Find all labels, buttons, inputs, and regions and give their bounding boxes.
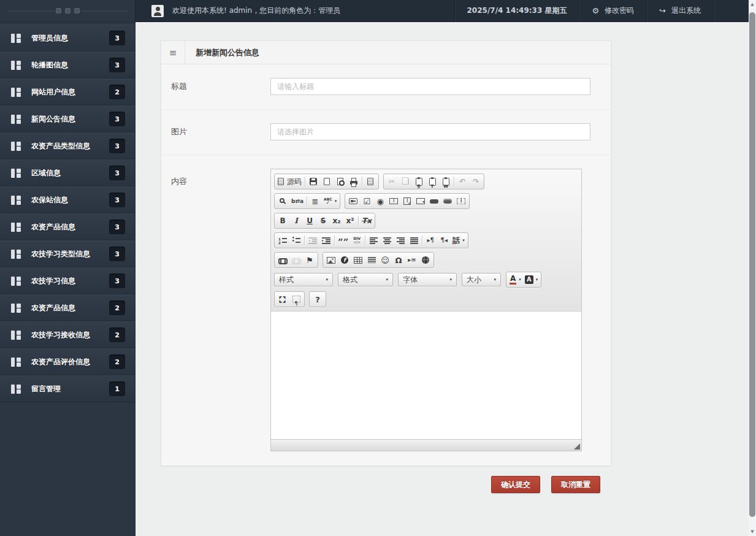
submit-button[interactable]: 确认提交 xyxy=(491,476,540,493)
italic-button[interactable]: I xyxy=(289,214,303,228)
sidebar-item[interactable]: 区域信息 3 xyxy=(0,159,135,186)
unlink-button[interactable] xyxy=(289,253,303,267)
rtl-button[interactable]: ¶◂ xyxy=(437,234,451,247)
insert-table-button[interactable] xyxy=(351,253,365,267)
sidebar-item[interactable]: 农技学习类型信息 3 xyxy=(0,240,135,267)
new-page-button[interactable] xyxy=(320,175,334,188)
link-button[interactable] xyxy=(276,253,289,267)
language-button[interactable]: 話▾ xyxy=(451,234,467,247)
title-input[interactable] xyxy=(270,78,590,95)
superscript-button[interactable]: x² xyxy=(343,214,357,228)
page-break-button[interactable]: ▸≡ xyxy=(405,253,419,267)
spellcheck-button[interactable]: ABC ✓ ▾ xyxy=(322,194,338,208)
underline-button[interactable]: U xyxy=(303,214,316,228)
horizontal-rule-button[interactable] xyxy=(365,253,378,267)
checkbox-button[interactable]: ☑ xyxy=(360,194,373,208)
remove-format-button[interactable]: Tx xyxy=(360,214,373,228)
toolbar-row: ⚑ f ☺ Ω ▸≡ xyxy=(274,250,578,270)
page-scrollbar[interactable]: ▲ ▼ xyxy=(749,0,756,536)
preview-button[interactable] xyxy=(334,175,347,188)
templates-button[interactable] xyxy=(364,175,377,188)
div-container-button[interactable]: DIV</> xyxy=(350,234,364,247)
paste-text-button[interactable]: T xyxy=(426,175,439,188)
paste-word-button[interactable]: W xyxy=(439,175,452,188)
outdent-button[interactable]: ◂ xyxy=(306,234,319,247)
hamburger-icon[interactable]: ≡ xyxy=(161,41,185,64)
scrollbar-thumb[interactable] xyxy=(749,12,755,517)
find-button[interactable] xyxy=(276,194,289,208)
paste-button[interactable]: ≣ xyxy=(412,175,426,188)
welcome-text: 欢迎使用本系统! admin，您目前的角色为：管理员 xyxy=(172,6,340,16)
textarea-button[interactable]: I xyxy=(400,194,414,208)
radio-button[interactable]: ◉ xyxy=(373,194,387,208)
insert-flash-button[interactable]: f xyxy=(338,253,351,267)
sidebar-item[interactable]: 轮播图信息 3 xyxy=(0,52,135,78)
form-button[interactable] xyxy=(346,194,360,208)
text-field-button[interactable]: I xyxy=(387,194,400,208)
group-about: ? xyxy=(309,291,326,307)
change-password-button[interactable]: ⚙ 修改密码 xyxy=(579,0,646,21)
about-button[interactable]: ? xyxy=(311,293,324,306)
undo-button[interactable]: ↶ xyxy=(456,175,469,188)
styles-combo[interactable]: 样式▾ xyxy=(274,273,333,286)
rich-text-area[interactable] xyxy=(271,312,581,439)
blockquote-button[interactable]: ”” xyxy=(336,234,350,247)
align-center-button[interactable] xyxy=(380,234,394,247)
sidebar-item[interactable]: 农技学习信息 3 xyxy=(0,267,135,294)
scroll-down-icon[interactable]: ▼ xyxy=(749,528,756,535)
ltr-button[interactable]: ▸¶ xyxy=(424,234,437,247)
sidebar-item[interactable]: 网站用户信息 2 xyxy=(0,78,135,105)
anchor-button[interactable]: ⚑ xyxy=(303,253,316,267)
sidebar-item[interactable]: 新闻公告信息 3 xyxy=(0,105,135,132)
align-left-icon xyxy=(370,237,378,244)
align-left-button[interactable] xyxy=(367,234,380,247)
scroll-up-icon[interactable]: ▲ xyxy=(749,1,756,8)
reset-button[interactable]: 取消重置 xyxy=(551,476,600,493)
insert-image-button[interactable] xyxy=(324,253,338,267)
grid-icon xyxy=(11,223,21,232)
sidebar-item[interactable]: 农资产品信息 3 xyxy=(0,213,135,240)
replace-button[interactable]: b⇄a xyxy=(289,194,305,208)
show-blocks-button[interactable]: ¶ xyxy=(289,293,303,306)
logout-button[interactable]: ↪ 退出系统 xyxy=(646,0,713,21)
copy-button[interactable] xyxy=(399,175,412,188)
sidebar-item[interactable]: 农资产品评价信息 2 xyxy=(0,348,135,375)
print-button[interactable] xyxy=(347,175,361,188)
text-color-button[interactable]: A▾ xyxy=(508,273,523,286)
strikethrough-button[interactable]: S xyxy=(316,214,330,228)
resize-handle[interactable] xyxy=(574,443,580,450)
image-button-button[interactable] xyxy=(441,194,454,208)
sidebar-item[interactable]: 留言管理 1 xyxy=(0,375,135,402)
sidebar-item[interactable]: 农技学习接收信息 2 xyxy=(0,321,135,348)
logout-arrow-icon: ↪ xyxy=(659,6,666,15)
indent-button[interactable]: ▸ xyxy=(319,234,333,247)
source-button[interactable]: 源码 xyxy=(276,175,304,188)
subscript-button[interactable]: x₂ xyxy=(330,214,343,228)
group-clipboard: ✂ ≣ T W ↶ ↷ xyxy=(383,174,484,190)
format-combo[interactable]: 格式▾ xyxy=(338,273,393,286)
align-justify-button[interactable] xyxy=(407,234,421,247)
image-input[interactable] xyxy=(270,123,590,140)
hidden-field-button[interactable]: Ɨ xyxy=(454,194,468,208)
redo-button[interactable]: ↷ xyxy=(469,175,483,188)
sidebar-item[interactable]: 农资产品信息 2 xyxy=(0,294,135,321)
cut-button[interactable]: ✂ xyxy=(385,175,399,188)
select-all-button[interactable]: ≣ xyxy=(308,194,322,208)
bold-button[interactable]: B xyxy=(276,214,289,228)
iframe-button[interactable] xyxy=(419,253,432,267)
maximize-button[interactable]: ◤◥ ◣◢ xyxy=(276,293,289,306)
save-button[interactable] xyxy=(307,175,320,188)
bg-color-button[interactable]: A▾ xyxy=(523,273,540,286)
numbered-list-button[interactable]: 1 2 xyxy=(276,234,289,247)
bulleted-list-button[interactable]: • • xyxy=(289,234,303,247)
special-char-button[interactable]: Ω xyxy=(392,253,405,267)
sidebar-item[interactable]: 农资产品类型信息 3 xyxy=(0,132,135,159)
align-right-button[interactable] xyxy=(394,234,407,247)
sidebar-item[interactable]: 管理员信息 3 xyxy=(0,25,135,52)
sidebar-item[interactable]: 农保站信息 3 xyxy=(0,186,135,213)
select-field-button[interactable] xyxy=(414,194,427,208)
font-size-combo[interactable]: 大小▾ xyxy=(462,273,501,286)
button-field-button[interactable] xyxy=(427,194,441,208)
smiley-button[interactable]: ☺ xyxy=(378,253,392,267)
font-combo[interactable]: 字体▾ xyxy=(398,273,457,286)
